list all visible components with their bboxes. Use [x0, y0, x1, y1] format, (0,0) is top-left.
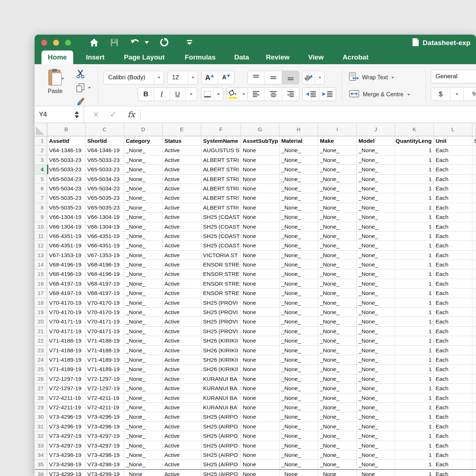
- cell[interactable]: V73-4296-19: [47, 412, 85, 422]
- cell[interactable]: _None_: [318, 355, 357, 365]
- cell[interactable]: Active: [163, 365, 201, 374]
- copy-button[interactable]: [76, 83, 85, 94]
- cell[interactable]: Each: [434, 260, 472, 269]
- cell[interactable]: None: [241, 288, 279, 298]
- cell[interactable]: None: [241, 298, 279, 308]
- cell[interactable]: [472, 203, 476, 212]
- row-header-11[interactable]: 11: [35, 232, 47, 241]
- cell[interactable]: _None_: [357, 308, 395, 317]
- cell[interactable]: _None_: [357, 146, 395, 155]
- cell[interactable]: _None_: [318, 175, 357, 184]
- row-header-3[interactable]: 3: [35, 155, 47, 165]
- cell[interactable]: _None_: [318, 241, 357, 250]
- cell[interactable]: _None_: [279, 308, 318, 317]
- tab-formulas[interactable]: Formulas: [185, 50, 216, 64]
- row-header-14[interactable]: 14: [35, 260, 47, 269]
- cell[interactable]: [472, 212, 476, 222]
- cell[interactable]: SH25 (PROVI: [201, 308, 241, 317]
- cell[interactable]: SH25 (AIRPO: [201, 460, 241, 469]
- cell[interactable]: _None_: [357, 355, 395, 365]
- cell[interactable]: Active: [163, 422, 201, 431]
- row-header-20[interactable]: 20: [35, 317, 47, 326]
- cell[interactable]: Each: [434, 336, 472, 345]
- tab-acrobat[interactable]: Acrobat: [343, 50, 369, 64]
- row-header-22[interactable]: 22: [35, 336, 47, 345]
- column-header-E[interactable]: E: [163, 123, 201, 136]
- cell[interactable]: Active: [163, 450, 201, 460]
- decrease-font-button[interactable]: A: [218, 71, 234, 84]
- cell[interactable]: _None_: [124, 374, 163, 384]
- cell[interactable]: None: [241, 155, 279, 165]
- cell[interactable]: V72-4211-19: [47, 403, 85, 412]
- cell[interactable]: Active: [163, 431, 201, 441]
- align-bottom-button[interactable]: [282, 71, 299, 84]
- row-header-18[interactable]: 18: [35, 298, 47, 308]
- cell[interactable]: V67-1353-19: [47, 251, 85, 260]
- cell[interactable]: _None_: [357, 431, 395, 441]
- cell[interactable]: 1: [395, 175, 434, 184]
- cell[interactable]: V67-1353-19: [85, 251, 124, 260]
- cell[interactable]: Active: [163, 184, 201, 193]
- cell[interactable]: None: [241, 308, 279, 317]
- cell[interactable]: 1: [395, 422, 434, 431]
- cell[interactable]: V71-4188-19: [85, 336, 124, 345]
- align-center-button[interactable]: [265, 88, 282, 101]
- cell[interactable]: None: [241, 232, 279, 241]
- cell[interactable]: None: [241, 393, 279, 403]
- cell[interactable]: None: [241, 222, 279, 232]
- cell[interactable]: [472, 441, 476, 450]
- cell[interactable]: None: [241, 241, 279, 250]
- cell[interactable]: Active: [163, 175, 201, 184]
- row-header-17[interactable]: 17: [35, 288, 47, 298]
- cell[interactable]: V70-4171-19: [47, 317, 85, 326]
- row-header-27[interactable]: 27: [35, 384, 47, 393]
- cell[interactable]: _None_: [357, 222, 395, 232]
- cell[interactable]: Each: [434, 288, 472, 298]
- cell[interactable]: _None_: [279, 232, 318, 241]
- decrease-indent-button[interactable]: [303, 88, 319, 101]
- cell[interactable]: 1: [395, 212, 434, 222]
- row-header-6[interactable]: 6: [35, 184, 47, 193]
- cell[interactable]: 1: [395, 355, 434, 365]
- row-header-35[interactable]: 35: [35, 460, 47, 469]
- cell[interactable]: V68-4197-19: [47, 288, 85, 298]
- cell[interactable]: V65-5034-23: [47, 184, 85, 193]
- cell[interactable]: Each: [434, 193, 472, 203]
- cell[interactable]: V73-4299-19: [85, 470, 124, 476]
- cell[interactable]: V68-4197-19: [47, 279, 85, 288]
- cell[interactable]: None: [241, 384, 279, 393]
- column-header-I[interactable]: I: [318, 123, 357, 136]
- cell[interactable]: _None_: [357, 365, 395, 374]
- row-header-13[interactable]: 13: [35, 251, 47, 260]
- cell[interactable]: None: [241, 346, 279, 355]
- cell[interactable]: _None_: [124, 212, 163, 222]
- cell[interactable]: _None_: [124, 412, 163, 422]
- cell[interactable]: _None_: [124, 279, 163, 288]
- cell[interactable]: None: [241, 403, 279, 412]
- cell[interactable]: _None_: [279, 365, 318, 374]
- cell[interactable]: _None_: [318, 193, 357, 203]
- cell[interactable]: Active: [163, 403, 201, 412]
- cell[interactable]: _None_: [357, 193, 395, 203]
- cell[interactable]: V72-4211-19: [47, 393, 85, 403]
- cell[interactable]: V73-4296-19: [47, 422, 85, 431]
- cell[interactable]: None: [241, 441, 279, 450]
- cell[interactable]: 1: [395, 393, 434, 403]
- row-header-15[interactable]: 15: [35, 269, 47, 279]
- borders-icon[interactable]: [201, 88, 213, 101]
- tab-review[interactable]: Review: [266, 50, 289, 64]
- cell[interactable]: Each: [434, 384, 472, 393]
- cell[interactable]: _None_: [357, 241, 395, 250]
- cell[interactable]: 1: [395, 203, 434, 212]
- cell[interactable]: Each: [434, 327, 472, 336]
- fill-color-icon[interactable]: [226, 88, 239, 101]
- cell[interactable]: _None_: [318, 422, 357, 431]
- cell[interactable]: Active: [163, 298, 201, 308]
- cell[interactable]: None: [241, 365, 279, 374]
- cell[interactable]: _None_: [124, 165, 163, 174]
- tab-data[interactable]: Data: [234, 50, 249, 64]
- cell[interactable]: Each: [434, 365, 472, 374]
- cell[interactable]: Each: [434, 251, 472, 260]
- cell[interactable]: None: [241, 146, 279, 155]
- customize-qat-icon[interactable]: [184, 37, 195, 48]
